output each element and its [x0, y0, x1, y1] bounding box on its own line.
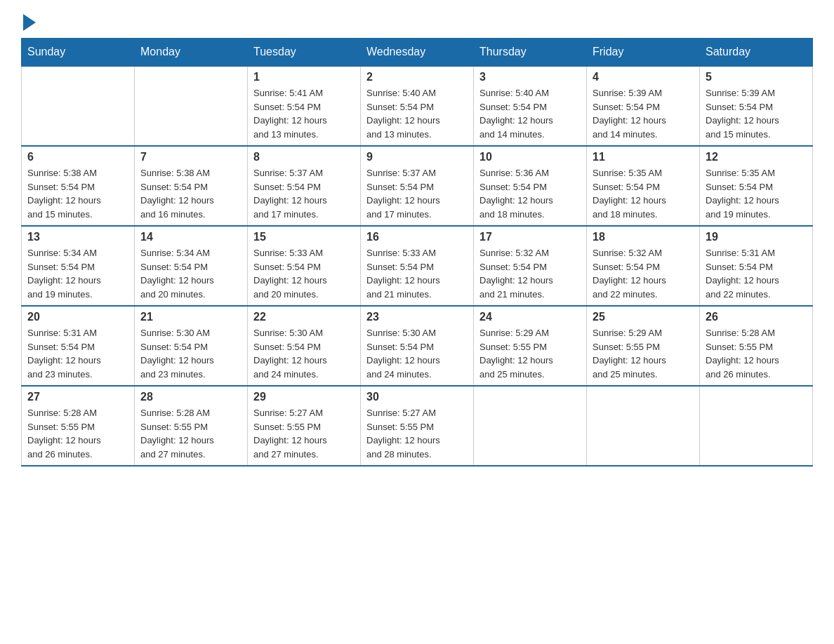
- calendar-cell: 23Sunrise: 5:30 AM Sunset: 5:54 PM Dayli…: [361, 306, 474, 386]
- calendar-week-row: 27Sunrise: 5:28 AM Sunset: 5:55 PM Dayli…: [22, 386, 813, 466]
- day-number: 2: [366, 71, 468, 83]
- calendar-cell: [22, 66, 135, 146]
- logo: [21, 14, 36, 31]
- day-number: 15: [253, 231, 355, 243]
- day-number: 29: [253, 391, 355, 403]
- day-info: Sunrise: 5:30 AM Sunset: 5:54 PM Dayligh…: [366, 326, 468, 381]
- page-header: [21, 14, 813, 31]
- day-number: 27: [27, 391, 128, 403]
- day-number: 8: [253, 151, 355, 163]
- weekday-header-row: SundayMondayTuesdayWednesdayThursdayFrid…: [22, 39, 813, 67]
- day-number: 13: [27, 231, 128, 243]
- calendar-cell: 10Sunrise: 5:36 AM Sunset: 5:54 PM Dayli…: [474, 146, 587, 226]
- day-info: Sunrise: 5:36 AM Sunset: 5:54 PM Dayligh…: [479, 166, 581, 221]
- day-info: Sunrise: 5:29 AM Sunset: 5:55 PM Dayligh…: [593, 326, 694, 381]
- logo-triangle-icon: [23, 14, 36, 31]
- calendar-week-row: 1Sunrise: 5:41 AM Sunset: 5:54 PM Daylig…: [22, 66, 813, 146]
- day-number: 3: [479, 71, 581, 83]
- calendar-cell: [474, 386, 587, 466]
- calendar-cell: 25Sunrise: 5:29 AM Sunset: 5:55 PM Dayli…: [587, 306, 700, 386]
- calendar-cell: 13Sunrise: 5:34 AM Sunset: 5:54 PM Dayli…: [22, 226, 135, 306]
- calendar-cell: [135, 66, 248, 146]
- calendar-week-row: 13Sunrise: 5:34 AM Sunset: 5:54 PM Dayli…: [22, 226, 813, 306]
- day-number: 23: [366, 311, 468, 323]
- day-number: 10: [479, 151, 581, 163]
- calendar-cell: 15Sunrise: 5:33 AM Sunset: 5:54 PM Dayli…: [248, 226, 361, 306]
- calendar-cell: 24Sunrise: 5:29 AM Sunset: 5:55 PM Dayli…: [474, 306, 587, 386]
- calendar-cell: 27Sunrise: 5:28 AM Sunset: 5:55 PM Dayli…: [22, 386, 135, 466]
- day-number: 22: [253, 311, 355, 323]
- calendar-cell: 12Sunrise: 5:35 AM Sunset: 5:54 PM Dayli…: [700, 146, 813, 226]
- day-number: 7: [140, 151, 241, 163]
- day-number: 18: [593, 231, 694, 243]
- day-number: 12: [706, 151, 807, 163]
- day-info: Sunrise: 5:38 AM Sunset: 5:54 PM Dayligh…: [140, 166, 241, 221]
- calendar-cell: 18Sunrise: 5:32 AM Sunset: 5:54 PM Dayli…: [587, 226, 700, 306]
- day-info: Sunrise: 5:40 AM Sunset: 5:54 PM Dayligh…: [479, 86, 581, 141]
- day-info: Sunrise: 5:27 AM Sunset: 5:55 PM Dayligh…: [366, 406, 468, 461]
- day-number: 20: [27, 311, 128, 323]
- calendar-cell: 22Sunrise: 5:30 AM Sunset: 5:54 PM Dayli…: [248, 306, 361, 386]
- day-info: Sunrise: 5:41 AM Sunset: 5:54 PM Dayligh…: [253, 86, 355, 141]
- day-info: Sunrise: 5:30 AM Sunset: 5:54 PM Dayligh…: [140, 326, 241, 381]
- calendar-cell: 19Sunrise: 5:31 AM Sunset: 5:54 PM Dayli…: [700, 226, 813, 306]
- calendar-cell: 6Sunrise: 5:38 AM Sunset: 5:54 PM Daylig…: [22, 146, 135, 226]
- calendar-cell: 17Sunrise: 5:32 AM Sunset: 5:54 PM Dayli…: [474, 226, 587, 306]
- calendar-cell: 3Sunrise: 5:40 AM Sunset: 5:54 PM Daylig…: [474, 66, 587, 146]
- day-info: Sunrise: 5:35 AM Sunset: 5:54 PM Dayligh…: [706, 166, 807, 221]
- day-number: 6: [27, 151, 128, 163]
- day-number: 16: [366, 231, 468, 243]
- weekday-header-monday: Monday: [135, 39, 248, 67]
- calendar-cell: 11Sunrise: 5:35 AM Sunset: 5:54 PM Dayli…: [587, 146, 700, 226]
- day-info: Sunrise: 5:33 AM Sunset: 5:54 PM Dayligh…: [366, 246, 468, 301]
- day-info: Sunrise: 5:32 AM Sunset: 5:54 PM Dayligh…: [479, 246, 581, 301]
- calendar-cell: 5Sunrise: 5:39 AM Sunset: 5:54 PM Daylig…: [700, 66, 813, 146]
- calendar-cell: 2Sunrise: 5:40 AM Sunset: 5:54 PM Daylig…: [361, 66, 474, 146]
- calendar-table: SundayMondayTuesdayWednesdayThursdayFrid…: [21, 38, 813, 467]
- day-info: Sunrise: 5:28 AM Sunset: 5:55 PM Dayligh…: [706, 326, 807, 381]
- day-number: 30: [366, 391, 468, 403]
- day-info: Sunrise: 5:32 AM Sunset: 5:54 PM Dayligh…: [593, 246, 694, 301]
- day-info: Sunrise: 5:40 AM Sunset: 5:54 PM Dayligh…: [366, 86, 468, 141]
- day-info: Sunrise: 5:28 AM Sunset: 5:55 PM Dayligh…: [27, 406, 128, 461]
- weekday-header-thursday: Thursday: [474, 39, 587, 67]
- calendar-cell: 21Sunrise: 5:30 AM Sunset: 5:54 PM Dayli…: [135, 306, 248, 386]
- calendar-week-row: 6Sunrise: 5:38 AM Sunset: 5:54 PM Daylig…: [22, 146, 813, 226]
- calendar-cell: 14Sunrise: 5:34 AM Sunset: 5:54 PM Dayli…: [135, 226, 248, 306]
- calendar-week-row: 20Sunrise: 5:31 AM Sunset: 5:54 PM Dayli…: [22, 306, 813, 386]
- calendar-cell: 8Sunrise: 5:37 AM Sunset: 5:54 PM Daylig…: [248, 146, 361, 226]
- day-number: 5: [706, 71, 807, 83]
- day-info: Sunrise: 5:34 AM Sunset: 5:54 PM Dayligh…: [140, 246, 241, 301]
- calendar-cell: [587, 386, 700, 466]
- calendar-cell: 16Sunrise: 5:33 AM Sunset: 5:54 PM Dayli…: [361, 226, 474, 306]
- day-number: 14: [140, 231, 241, 243]
- day-info: Sunrise: 5:38 AM Sunset: 5:54 PM Dayligh…: [27, 166, 128, 221]
- day-info: Sunrise: 5:39 AM Sunset: 5:54 PM Dayligh…: [593, 86, 694, 141]
- calendar-cell: 1Sunrise: 5:41 AM Sunset: 5:54 PM Daylig…: [248, 66, 361, 146]
- calendar-cell: 28Sunrise: 5:28 AM Sunset: 5:55 PM Dayli…: [135, 386, 248, 466]
- day-number: 24: [479, 311, 581, 323]
- day-number: 25: [593, 311, 694, 323]
- day-info: Sunrise: 5:28 AM Sunset: 5:55 PM Dayligh…: [140, 406, 241, 461]
- day-info: Sunrise: 5:39 AM Sunset: 5:54 PM Dayligh…: [706, 86, 807, 141]
- weekday-header-wednesday: Wednesday: [361, 39, 474, 67]
- weekday-header-sunday: Sunday: [22, 39, 135, 67]
- day-info: Sunrise: 5:34 AM Sunset: 5:54 PM Dayligh…: [27, 246, 128, 301]
- calendar-cell: 20Sunrise: 5:31 AM Sunset: 5:54 PM Dayli…: [22, 306, 135, 386]
- day-info: Sunrise: 5:29 AM Sunset: 5:55 PM Dayligh…: [479, 326, 581, 381]
- day-number: 28: [140, 391, 241, 403]
- calendar-cell: 26Sunrise: 5:28 AM Sunset: 5:55 PM Dayli…: [700, 306, 813, 386]
- calendar-cell: 7Sunrise: 5:38 AM Sunset: 5:54 PM Daylig…: [135, 146, 248, 226]
- day-info: Sunrise: 5:31 AM Sunset: 5:54 PM Dayligh…: [27, 326, 128, 381]
- calendar-cell: [700, 386, 813, 466]
- calendar-cell: 30Sunrise: 5:27 AM Sunset: 5:55 PM Dayli…: [361, 386, 474, 466]
- weekday-header-friday: Friday: [587, 39, 700, 67]
- weekday-header-saturday: Saturday: [700, 39, 813, 67]
- day-number: 19: [706, 231, 807, 243]
- day-info: Sunrise: 5:37 AM Sunset: 5:54 PM Dayligh…: [253, 166, 355, 221]
- day-number: 9: [366, 151, 468, 163]
- day-number: 26: [706, 311, 807, 323]
- day-info: Sunrise: 5:30 AM Sunset: 5:54 PM Dayligh…: [253, 326, 355, 381]
- calendar-cell: 9Sunrise: 5:37 AM Sunset: 5:54 PM Daylig…: [361, 146, 474, 226]
- calendar-cell: 4Sunrise: 5:39 AM Sunset: 5:54 PM Daylig…: [587, 66, 700, 146]
